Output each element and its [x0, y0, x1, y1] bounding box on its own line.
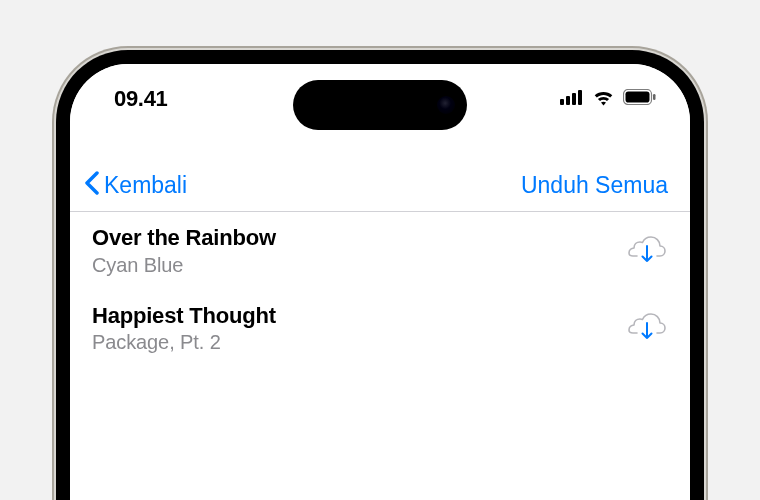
dynamic-island	[293, 80, 467, 130]
svg-rect-0	[560, 99, 564, 105]
track-subtitle: Cyan Blue	[92, 253, 626, 278]
list-item[interactable]: Happiest Thought Package, Pt. 2	[70, 290, 690, 368]
nav-bar: Kembali Unduh Semua	[70, 160, 690, 212]
status-icons	[560, 89, 656, 110]
battery-icon	[623, 89, 656, 109]
status-time: 09.41	[114, 86, 168, 112]
row-text: Over the Rainbow Cyan Blue	[92, 224, 626, 278]
track-title: Over the Rainbow	[92, 224, 626, 252]
chevron-left-icon	[84, 171, 100, 201]
list-item[interactable]: Over the Rainbow Cyan Blue	[70, 212, 690, 290]
svg-rect-5	[626, 92, 650, 103]
download-button[interactable]	[626, 309, 668, 347]
track-list: Over the Rainbow Cyan Blue Happiest Thou…	[70, 212, 690, 367]
phone-frame: 09.41	[56, 50, 704, 500]
download-button[interactable]	[626, 232, 668, 270]
wifi-icon	[592, 89, 615, 110]
row-text: Happiest Thought Package, Pt. 2	[92, 302, 626, 356]
svg-rect-3	[578, 90, 582, 105]
track-title: Happiest Thought	[92, 302, 626, 330]
download-all-button[interactable]: Unduh Semua	[521, 172, 668, 199]
track-subtitle: Package, Pt. 2	[92, 330, 626, 355]
screen: 09.41	[70, 64, 690, 500]
back-label: Kembali	[104, 172, 187, 199]
svg-rect-2	[572, 93, 576, 105]
cellular-icon	[560, 89, 584, 109]
cloud-download-icon	[627, 234, 667, 268]
svg-rect-1	[566, 96, 570, 105]
cloud-download-icon	[627, 311, 667, 345]
svg-rect-6	[653, 94, 656, 100]
back-button[interactable]: Kembali	[84, 171, 187, 201]
